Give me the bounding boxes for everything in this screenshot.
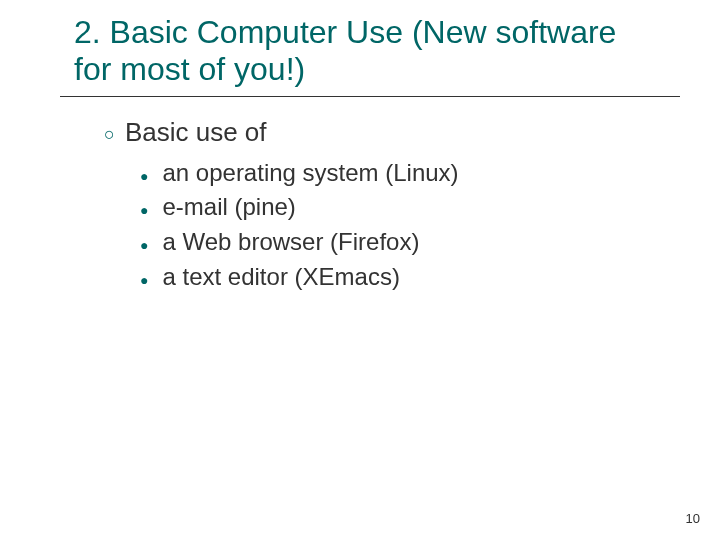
list-item: ● a Web browser (Firefox) — [140, 225, 680, 260]
list-item: ● a text editor (XEmacs) — [140, 260, 680, 295]
slide-body: ○ Basic use of ● an operating system (Li… — [104, 115, 680, 295]
title-underline — [60, 96, 680, 97]
level2-text: a text editor (XEmacs) — [162, 260, 399, 295]
list-item: ● e-mail (pine) — [140, 190, 680, 225]
page-number: 10 — [686, 511, 700, 526]
circle-bullet-icon: ○ — [104, 122, 115, 146]
sublist: ● an operating system (Linux) ● e-mail (… — [140, 156, 680, 295]
disc-bullet-icon: ● — [140, 200, 148, 220]
disc-bullet-icon: ● — [140, 166, 148, 186]
list-item: ○ Basic use of — [104, 115, 680, 150]
level2-text: an operating system (Linux) — [162, 156, 458, 191]
level2-text: a Web browser (Firefox) — [162, 225, 419, 260]
disc-bullet-icon: ● — [140, 235, 148, 255]
list-item: ● an operating system (Linux) — [140, 156, 680, 191]
disc-bullet-icon: ● — [140, 270, 148, 290]
slide-title: 2. Basic Computer Use (New software for … — [74, 14, 680, 88]
level2-text: e-mail (pine) — [162, 190, 295, 225]
slide: 2. Basic Computer Use (New software for … — [0, 0, 720, 540]
level1-text: Basic use of — [125, 115, 267, 150]
